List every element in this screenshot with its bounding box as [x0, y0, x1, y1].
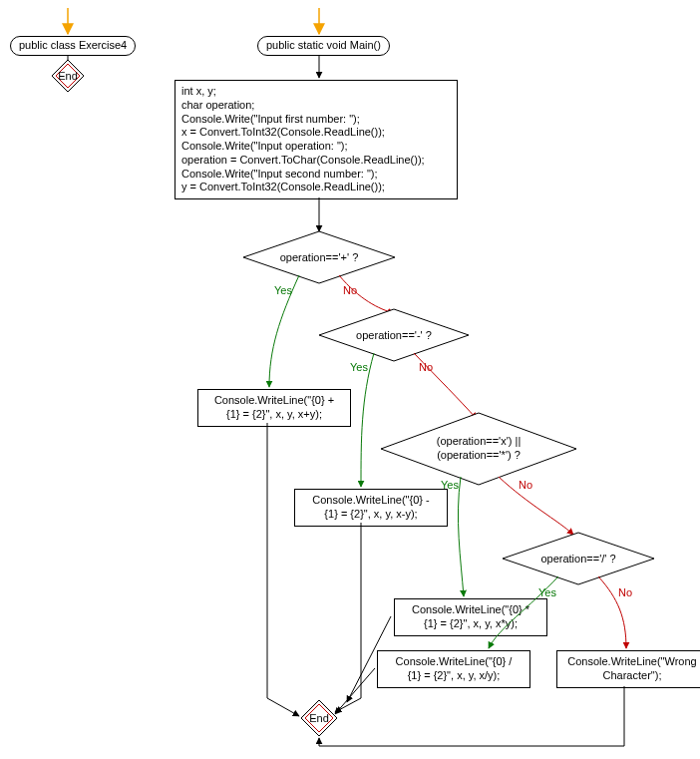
decision-div: operation=='/' ? — [503, 533, 654, 584]
label-no: No — [419, 361, 433, 373]
svg-text:End: End — [309, 712, 329, 724]
svg-text:operation=='/' ?: operation=='/' ? — [540, 553, 615, 565]
svg-marker-14 — [301, 700, 337, 736]
writeline-div: Console.WriteLine("{0} / {1} = {2}", x, … — [377, 650, 530, 688]
init-block: int x, y; char operation; Console.Write(… — [175, 80, 458, 199]
decision-minus: operation=='-' ? — [319, 309, 469, 361]
end-node-right: End — [301, 700, 337, 736]
svg-text:(operation=='x') ||: (operation=='x') || — [437, 435, 522, 447]
label-no: No — [343, 284, 357, 296]
svg-marker-7 — [319, 309, 469, 361]
decision-plus: operation=='+' ? — [243, 231, 395, 283]
svg-text:(operation=='*') ?: (operation=='*') ? — [437, 449, 521, 461]
writeline-wrong: Console.WriteLine("Wrong Character"); — [556, 650, 700, 688]
svg-marker-1 — [56, 64, 80, 88]
writeline-plus: Console.WriteLine("{0} + {1} = {2}", x, … — [197, 389, 351, 427]
writeline-mul: Console.WriteLine("{0} * {1} = {2}", x, … — [394, 598, 547, 636]
svg-marker-0 — [52, 60, 84, 92]
label-yes: Yes — [350, 361, 368, 373]
label-yes: Yes — [274, 284, 292, 296]
writeline-minus: Console.WriteLine("{0} - {1} = {2}", x, … — [294, 489, 448, 527]
label-no: No — [519, 479, 532, 491]
svg-marker-12 — [503, 533, 654, 584]
svg-text:operation=='+' ?: operation=='+' ? — [280, 251, 359, 263]
label-yes: Yes — [441, 479, 459, 491]
end-node-left: End — [52, 60, 84, 92]
svg-marker-5 — [243, 231, 395, 283]
end-label: End — [58, 70, 78, 82]
label-no: No — [618, 586, 632, 598]
main-method: public static void Main() — [257, 36, 390, 56]
svg-text:operation=='-' ?: operation=='-' ? — [356, 329, 432, 341]
decision-mul: (operation=='x') || (operation=='*') ? — [381, 413, 576, 485]
label-yes: Yes — [538, 586, 556, 598]
svg-marker-15 — [305, 704, 333, 732]
class-declaration: public class Exercise4 — [10, 36, 136, 56]
svg-marker-9 — [381, 413, 576, 485]
